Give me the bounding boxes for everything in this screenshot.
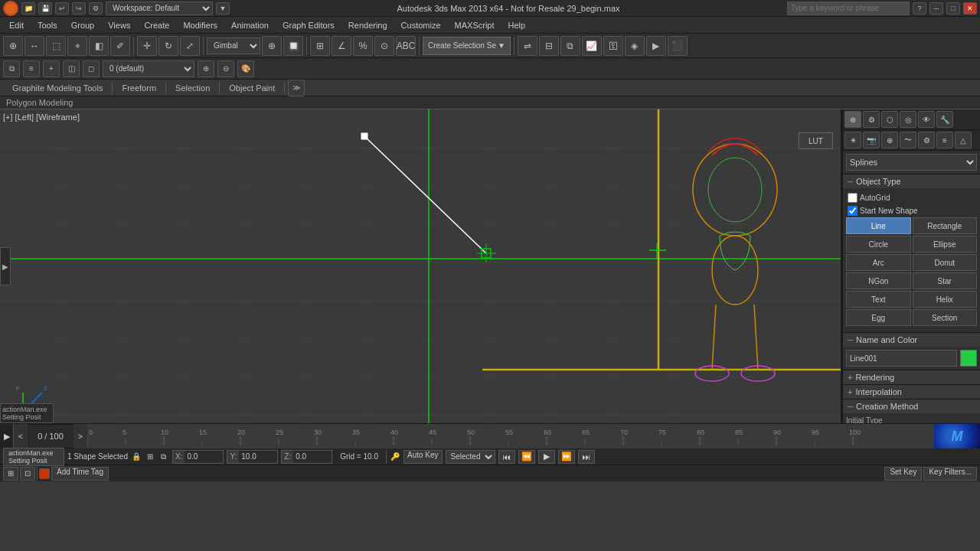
render-btn[interactable]: ▶ — [646, 36, 666, 56]
timeline-next-btn[interactable]: > — [74, 424, 87, 448]
autogrid-checkbox[interactable] — [848, 193, 858, 203]
layer-icon[interactable]: ⧉ — [3, 60, 20, 77]
system-icon[interactable]: ⚙ — [918, 132, 935, 148]
menu-create[interactable]: Create — [138, 19, 175, 31]
viewport[interactable]: [+] [Left] [Wireframe] LUT — [0, 109, 842, 423]
utilities-panel-icon[interactable]: 🔧 — [936, 111, 953, 128]
expand-icon[interactable]: ≫ — [288, 80, 305, 96]
snap-status-icon[interactable]: ⊞ — [145, 452, 155, 462]
menu-animation[interactable]: Animation — [225, 19, 275, 31]
text-btn[interactable]: Text — [846, 291, 911, 308]
color-swatch[interactable] — [960, 350, 977, 367]
settings-icon[interactable]: ⚙ — [89, 2, 103, 15]
interpolation-section-row[interactable]: + Interpolation — [843, 385, 980, 399]
menu-tools[interactable]: Tools — [31, 19, 64, 31]
redo-icon[interactable]: ↪ — [72, 2, 86, 15]
name-color-header[interactable]: ─ Name and Color — [843, 333, 980, 347]
rotate-btn[interactable]: ↻ — [158, 36, 178, 56]
close-icon[interactable]: ✕ — [963, 2, 977, 15]
motion-panel-icon[interactable]: ◎ — [900, 111, 916, 128]
lock-icon[interactable]: 🔒 — [131, 452, 142, 462]
menu-group[interactable]: Group — [65, 19, 101, 31]
key-filters-btn[interactable]: Key Filters... — [923, 467, 977, 481]
display-panel-icon[interactable]: 👁 — [918, 111, 935, 128]
dropdown-arrow-icon[interactable]: ▼ — [216, 2, 230, 15]
abc-btn[interactable]: ABC — [396, 36, 416, 56]
layer-hide-btn[interactable]: ◻ — [83, 60, 100, 77]
tab-freeform[interactable]: Freeform — [113, 82, 166, 94]
move-tool-btn[interactable]: ↔ — [24, 36, 44, 56]
circle-btn[interactable]: Circle — [846, 236, 911, 253]
snap-toggle-btn[interactable]: 🔲 — [283, 36, 303, 56]
play-btn[interactable]: ▶ — [538, 450, 555, 464]
helix-btn[interactable]: Helix — [913, 291, 978, 308]
open-file-icon[interactable]: 📁 — [21, 2, 35, 15]
donut-btn[interactable]: Donut — [913, 254, 978, 271]
workspace-selector[interactable]: Workspace: Default — [106, 2, 213, 15]
arc-btn[interactable]: Arc — [846, 254, 911, 271]
ellipse-btn[interactable]: Ellipse — [913, 236, 978, 253]
menu-modifiers[interactable]: Modifiers — [177, 19, 224, 31]
paint-select-btn[interactable]: ✐ — [110, 36, 130, 56]
coordinate-system-dropdown[interactable]: Gimbal — [207, 37, 260, 54]
next-frame-btn[interactable]: ⏩ — [558, 450, 575, 464]
quick-render-btn[interactable]: ⬛ — [668, 36, 688, 56]
layer-dropdown[interactable]: 0 (default) — [103, 60, 194, 77]
percent-snap-btn[interactable]: % — [353, 36, 373, 56]
creation-method-header[interactable]: ─ Creation Method — [843, 399, 980, 413]
align-btn[interactable]: ⊟ — [539, 36, 559, 56]
mirror-btn[interactable]: ⇌ — [518, 36, 537, 56]
curve-editor-btn[interactable]: 📈 — [582, 36, 602, 56]
select-tool-btn[interactable]: ⊕ — [3, 36, 23, 56]
menu-maxscript[interactable]: MAXScript — [449, 19, 501, 31]
material-btn[interactable]: ◈ — [625, 36, 645, 56]
x-input[interactable] — [185, 451, 223, 463]
search-input[interactable] — [787, 2, 910, 15]
set-key-btn[interactable]: Set Key — [884, 467, 922, 481]
timeline-track[interactable]: 0 5 10 15 20 25 30 35 40 45 50 55 60 — [87, 424, 934, 448]
menu-graph-editors[interactable]: Graph Editors — [276, 19, 341, 31]
spinner-snap-btn[interactable]: ⊙ — [374, 36, 394, 56]
scale-btn[interactable]: ⤢ — [180, 36, 200, 56]
maximize-icon[interactable]: □ — [946, 2, 960, 15]
go-end-btn[interactable]: ⏭ — [578, 450, 595, 464]
tab-object-paint[interactable]: Object Paint — [220, 82, 285, 94]
help-icon[interactable]: ? — [913, 2, 926, 15]
key-frame-btn[interactable] — [39, 468, 50, 479]
hierarchy-panel-icon[interactable]: ⬡ — [881, 111, 898, 128]
auto-key-btn[interactable]: Auto Key — [403, 450, 443, 464]
pivot-btn[interactable]: ⊕ — [262, 36, 282, 56]
layer-remove-icon[interactable]: ⊖ — [217, 60, 234, 77]
splines-dropdown[interactable]: Splines — [846, 154, 977, 171]
viewport-collapse-btn[interactable]: ▶ — [0, 247, 11, 285]
create-panel-icon[interactable]: ⊕ — [844, 111, 861, 128]
angle-snap-btn[interactable]: ∠ — [332, 36, 351, 56]
egg-btn[interactable]: Egg — [846, 309, 911, 326]
menu-customize[interactable]: Customize — [395, 19, 447, 31]
snap-btn[interactable]: ⊞ — [310, 36, 330, 56]
menu-edit[interactable]: Edit — [3, 19, 30, 31]
viewport-layout-btn[interactable]: ⊞ — [3, 467, 18, 481]
z-input[interactable] — [293, 451, 332, 463]
camera-icon[interactable]: 📷 — [863, 132, 880, 148]
go-start-btn[interactable]: ⏮ — [498, 450, 515, 464]
layer-sel-btn[interactable]: ◫ — [63, 60, 80, 77]
timeline-toggle-btn[interactable]: ▶ — [0, 424, 14, 448]
object-name-input[interactable] — [846, 350, 957, 367]
helper-icon[interactable]: ⊕ — [881, 132, 898, 148]
select-move-btn[interactable]: ✛ — [137, 36, 157, 56]
ngon-btn[interactable]: NGon — [846, 272, 911, 289]
create-selection-set-btn[interactable]: Create Selection Se ▼ — [423, 37, 511, 55]
geometry-icon[interactable]: △ — [955, 132, 972, 148]
layer-status-icon[interactable]: ⧉ — [158, 452, 169, 462]
space-warp-icon[interactable]: 〜 — [900, 132, 916, 148]
start-new-shape-checkbox[interactable] — [848, 206, 858, 216]
modify-panel-icon[interactable]: ⚙ — [863, 111, 880, 128]
layer-color-icon[interactable]: 🎨 — [237, 60, 254, 77]
menu-rendering[interactable]: Rendering — [342, 19, 394, 31]
viewport-config-btn[interactable]: ⊡ — [20, 467, 35, 481]
more-icon[interactable]: ≡ — [936, 132, 953, 148]
line-btn[interactable]: Line — [846, 217, 911, 234]
schematic-btn[interactable]: ⚿ — [603, 36, 623, 56]
y-input[interactable] — [239, 451, 277, 463]
